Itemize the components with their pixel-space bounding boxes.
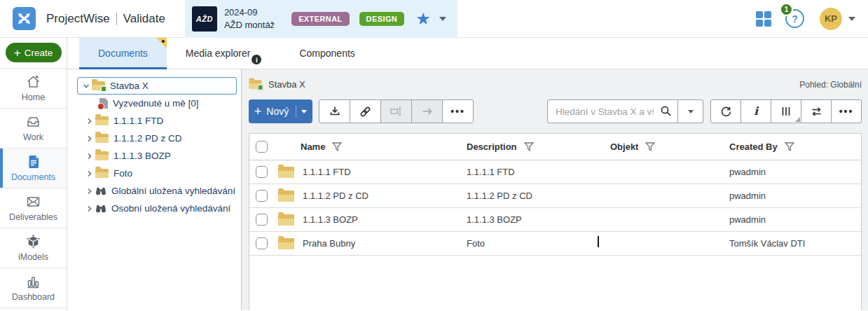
tree-item-global-saved-searches[interactable]: Globální uložená vyhledávání <box>67 182 241 200</box>
filter-icon[interactable] <box>645 142 655 151</box>
cell-description: 1.1.1.3 BOZP <box>467 214 610 225</box>
main-panel: Stavba X Pohled: Globální + Nový <box>242 69 868 310</box>
move-button <box>411 99 443 123</box>
project-code: 2024-09 <box>224 6 275 19</box>
folder-icon <box>278 214 294 226</box>
chevron-down-icon[interactable] <box>81 83 92 89</box>
table-row[interactable]: 1.1.1.2 PD z CD 1.1.1.2 PD z CD pwadmin <box>249 184 861 208</box>
favorite-star-icon[interactable]: ★ <box>415 11 431 27</box>
sidebar-item-work[interactable]: Work <box>0 109 67 148</box>
table-row[interactable]: Praha Bubny Foto Tomšík Václav DTI <box>249 232 861 256</box>
folder-open-icon <box>92 81 105 90</box>
text-cursor-artifact <box>598 236 599 247</box>
projectwise-logo-icon[interactable] <box>13 7 36 30</box>
filter-icon[interactable] <box>332 142 342 151</box>
project-selector[interactable]: AŽD 2024-09 AŽD montáž EXTERNAL DESIGN ★ <box>185 0 457 38</box>
more-actions-button[interactable]: ••• <box>442 99 474 123</box>
table-row[interactable]: 1.1.1.1 FTD 1.1.1.1 FTD pwadmin <box>249 160 861 184</box>
filter-icon[interactable] <box>524 142 534 151</box>
more-view-options-button[interactable]: ••• <box>831 99 862 123</box>
columns-button[interactable] <box>771 99 801 123</box>
chevron-right-icon[interactable] <box>84 188 95 195</box>
sidebar-item-label: iModels <box>18 252 48 262</box>
sidebar-item-deliverables[interactable]: Deliverables <box>0 188 67 228</box>
checked-out-doc-icon <box>99 98 108 109</box>
cell-created-by: pwadmin <box>729 191 861 201</box>
folder-icon <box>249 80 261 88</box>
column-header-created-by[interactable]: Created By <box>729 141 778 152</box>
chevron-right-icon[interactable] <box>84 118 95 125</box>
row-checkbox[interactable] <box>256 237 268 249</box>
chevron-right-icon[interactable] <box>84 170 95 177</box>
tree-item-bozp[interactable]: 1.1.1.3 BOZP <box>67 147 241 165</box>
folder-icon <box>95 116 109 125</box>
info-icon[interactable]: i <box>252 55 261 64</box>
cell-name[interactable]: 1.1.1.2 PD z CD <box>303 191 368 201</box>
folder-icon <box>278 167 294 178</box>
user-menu-chevron-down-icon[interactable] <box>848 17 855 21</box>
binoculars-icon <box>95 186 106 196</box>
create-button[interactable]: + Create <box>6 43 62 62</box>
sidebar-item-dashboard[interactable]: Dashboard <box>0 268 67 308</box>
app-name: ProjectWise <box>46 12 110 26</box>
table-row[interactable]: 1.1.1.3 BOZP 1.1.1.3 BOZP pwadmin <box>249 208 861 232</box>
tab-corner-fold-icon <box>156 38 167 48</box>
tree-item-foto[interactable]: Foto <box>67 165 241 182</box>
download-button[interactable] <box>319 99 350 123</box>
chevron-right-icon[interactable] <box>84 205 95 212</box>
app-grid-icon[interactable] <box>756 11 771 27</box>
tree-item-vyzvednute[interactable]: Vyzvednuté u mě [0] <box>67 95 241 112</box>
tab-corner-dot <box>162 40 165 43</box>
sidebar-item-home[interactable]: Home <box>0 69 67 109</box>
new-button[interactable]: + Nový <box>249 99 312 123</box>
tab-media-explorer[interactable]: Media explorer i <box>167 38 281 69</box>
row-checkbox[interactable] <box>256 190 268 202</box>
help-button[interactable]: ? 1 <box>785 9 804 28</box>
select-all-checkbox[interactable] <box>256 141 268 153</box>
plus-icon: + <box>254 105 262 118</box>
sidebar-item-imodels[interactable]: iModels <box>0 228 67 268</box>
chevron-right-icon[interactable] <box>84 153 95 160</box>
sidebar-item-documents[interactable]: Documents <box>0 148 67 188</box>
tree-item-stavba-x[interactable]: Stavba X <box>77 77 237 95</box>
row-checkbox[interactable] <box>256 214 268 226</box>
folder-tree-panel: Stavba X Vyzvednuté u mě [0] 1.1.1.1 FTD <box>67 69 242 310</box>
app-header: ProjectWise Validate AŽD 2024-09 AŽD mon… <box>0 0 868 38</box>
swap-view-button[interactable] <box>801 99 832 123</box>
column-header-description[interactable]: Description <box>467 141 517 152</box>
search-options-button[interactable] <box>678 99 703 123</box>
cell-name[interactable]: 1.1.1.3 BOZP <box>303 214 358 225</box>
document-toolbar: + Nový <box>249 99 862 123</box>
search-icon[interactable] <box>660 105 672 117</box>
tree-item-ftd[interactable]: 1.1.1.1 FTD <box>67 112 241 130</box>
row-checkbox[interactable] <box>256 166 268 178</box>
tree-item-pd-z-cd[interactable]: 1.1.1.2 PD z CD <box>67 130 241 147</box>
breadcrumb[interactable]: Stavba X <box>249 79 305 90</box>
document-actions-group: ••• <box>319 99 474 123</box>
view-actions-group: i <box>710 99 862 123</box>
project-chevron-down-icon[interactable] <box>439 17 446 21</box>
folder-icon <box>278 191 294 202</box>
user-avatar[interactable]: KP <box>820 8 842 30</box>
column-header-objekt[interactable]: Objekt <box>610 141 638 152</box>
search-input[interactable] <box>547 99 678 123</box>
document-icon <box>26 154 41 170</box>
rename-button <box>380 99 412 123</box>
sidebar-item-label: Home <box>22 92 45 102</box>
refresh-button[interactable] <box>710 99 741 123</box>
tab-documents[interactable]: Documents <box>79 38 167 69</box>
filter-icon[interactable] <box>785 142 794 151</box>
work-tray-icon <box>25 114 41 130</box>
link-button[interactable] <box>350 99 381 123</box>
tree-item-personal-saved-searches[interactable]: Osobní uložená vyhledávání <box>67 200 241 217</box>
tab-components[interactable]: Components <box>280 38 373 69</box>
cell-name[interactable]: Praha Bubny <box>303 238 355 249</box>
column-header-name[interactable]: Name <box>301 141 325 152</box>
table-header: Name Description Objekt <box>249 134 861 160</box>
cell-description: 1.1.1.1 FTD <box>467 167 610 177</box>
cell-created-by: Tomšík Václav DTI <box>729 238 861 249</box>
cell-name[interactable]: 1.1.1.1 FTD <box>303 167 351 177</box>
chevron-right-icon[interactable] <box>84 135 95 142</box>
info-button[interactable]: i <box>740 99 771 123</box>
project-logo-icon: AŽD <box>192 6 217 32</box>
